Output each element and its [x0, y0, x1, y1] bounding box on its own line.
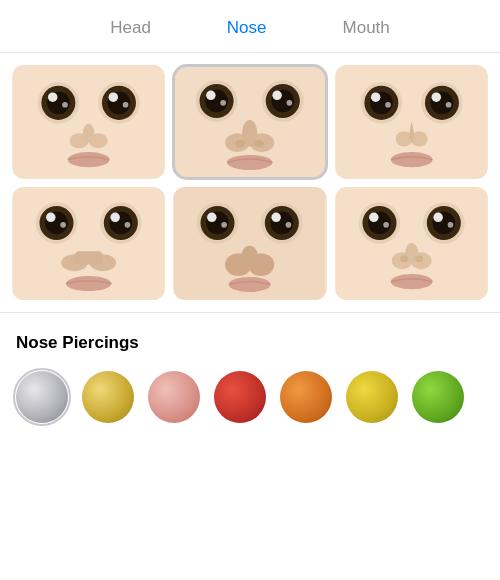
svg-point-50: [46, 212, 55, 221]
svg-point-65: [207, 212, 216, 221]
svg-point-56: [125, 222, 131, 228]
svg-point-71: [286, 222, 292, 228]
svg-point-9: [109, 92, 118, 101]
swatch-red[interactable]: [214, 371, 266, 423]
tab-mouth[interactable]: Mouth: [335, 14, 398, 42]
tab-head[interactable]: Head: [102, 14, 159, 42]
svg-point-30: [255, 140, 264, 148]
face-cell-4[interactable]: [12, 187, 165, 301]
swatch-lime[interactable]: [412, 371, 464, 423]
svg-point-31: [227, 155, 272, 170]
svg-point-29: [236, 140, 245, 148]
face-cell-1[interactable]: [12, 65, 165, 179]
svg-point-42: [445, 102, 451, 108]
svg-point-4: [48, 92, 57, 101]
svg-point-86: [447, 222, 453, 228]
swatch-yellow[interactable]: [346, 371, 398, 423]
svg-point-80: [369, 212, 378, 221]
nose-piercings-title: Nose Piercings: [0, 323, 500, 365]
face-cell-6[interactable]: [335, 187, 488, 301]
svg-point-13: [83, 124, 94, 143]
svg-point-74: [241, 245, 258, 268]
color-swatch-row: [0, 365, 500, 439]
nose-piercings-section: Nose Piercings: [0, 323, 500, 439]
swatch-gold[interactable]: [82, 371, 134, 423]
face-cell-3[interactable]: [335, 65, 488, 179]
face-cell-2[interactable]: [173, 65, 326, 179]
svg-point-19: [206, 91, 215, 100]
face-cell-5[interactable]: [173, 187, 326, 301]
svg-rect-59: [74, 251, 102, 264]
svg-point-25: [287, 100, 293, 106]
svg-point-10: [123, 102, 129, 108]
svg-point-55: [110, 212, 119, 221]
svg-point-60: [66, 276, 111, 291]
svg-point-36: [371, 92, 380, 101]
svg-point-70: [272, 212, 281, 221]
svg-point-81: [383, 222, 389, 228]
face-grid: [0, 53, 500, 312]
swatch-silver[interactable]: [16, 371, 68, 423]
svg-point-20: [221, 100, 227, 106]
swatch-orange[interactable]: [280, 371, 332, 423]
svg-point-66: [222, 222, 228, 228]
svg-point-75: [229, 276, 271, 291]
svg-point-24: [273, 91, 282, 100]
tab-nose[interactable]: Nose: [219, 14, 275, 42]
svg-point-51: [60, 222, 66, 228]
svg-point-91: [415, 255, 423, 262]
svg-point-41: [431, 92, 440, 101]
svg-point-45: [391, 152, 433, 167]
tab-bar: Head Nose Mouth: [0, 0, 500, 53]
svg-point-37: [385, 102, 391, 108]
svg-point-92: [391, 274, 433, 289]
svg-point-85: [433, 212, 442, 221]
svg-point-5: [62, 102, 68, 108]
svg-point-90: [400, 255, 408, 262]
swatch-rose[interactable]: [148, 371, 200, 423]
svg-point-14: [68, 152, 110, 167]
section-divider: [0, 312, 500, 313]
